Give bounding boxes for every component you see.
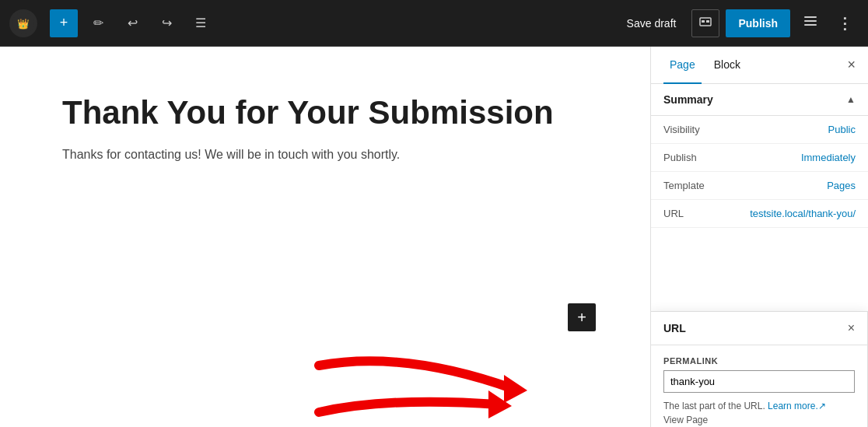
url-popover: URL × PERMALINK The last part of the URL…	[650, 311, 868, 427]
svg-marker-9	[488, 390, 512, 418]
url-popover-header: URL ×	[651, 312, 867, 345]
svg-text:👑: 👑	[17, 17, 30, 30]
summary-title: Summary	[663, 93, 713, 106]
page-title: Thank You for Your Submission	[62, 93, 588, 132]
tab-page[interactable]: Page	[663, 47, 702, 84]
redo-icon: ↪	[162, 16, 172, 30]
preview-button[interactable]	[691, 9, 719, 37]
undo-icon: ↩	[128, 16, 138, 30]
site-logo: 👑	[9, 9, 37, 37]
url-note-text: The last part of the URL.	[663, 401, 765, 411]
inline-add-block-button[interactable]: +	[568, 303, 596, 331]
add-block-button[interactable]: +	[50, 9, 78, 37]
publish-value[interactable]: Immediately	[801, 152, 856, 163]
more-icon: ⋮	[837, 14, 852, 33]
url-popover-body: PERMALINK The last part of the URL. Lear…	[651, 345, 867, 427]
main-area: Thank You for Your Submission Thanks for…	[0, 47, 868, 427]
permalink-label: PERMALINK	[663, 356, 855, 366]
edit-button[interactable]: ✏	[84, 9, 112, 37]
page-body-text: Thanks for contacting us! We will be in …	[62, 148, 588, 162]
url-popover-close-button[interactable]: ×	[848, 321, 855, 335]
summary-collapse-icon: ▲	[846, 94, 856, 105]
url-note: The last part of the URL. Learn more.↗	[663, 399, 855, 413]
tools-button[interactable]: ☰	[187, 9, 215, 37]
summary-row-url: URL testsite.local/thank-you/	[651, 200, 868, 228]
summary-row-visibility: Visibility Public	[651, 116, 868, 144]
undo-button[interactable]: ↩	[118, 9, 146, 37]
sidebar-tabs: Page Block ×	[651, 47, 868, 84]
permalink-input[interactable]	[663, 370, 855, 393]
url-popover-title: URL	[663, 322, 686, 334]
url-label: URL	[663, 208, 684, 219]
svg-rect-3	[702, 20, 705, 23]
template-label: Template	[663, 180, 705, 191]
publish-label: Publish	[663, 152, 697, 163]
visibility-value[interactable]: Public	[828, 124, 856, 135]
save-draft-button[interactable]: Save draft	[618, 12, 686, 34]
summary-row-publish: Publish Immediately	[651, 144, 868, 172]
learn-more-link[interactable]: Learn more.↗	[768, 401, 826, 411]
svg-rect-5	[804, 16, 817, 18]
summary-row-template: Template Pages	[651, 172, 868, 200]
more-options-button[interactable]: ⋮	[831, 9, 859, 37]
svg-rect-4	[706, 20, 709, 23]
url-value[interactable]: testsite.local/thank-you/	[750, 208, 856, 219]
toolbar: 👑 + ✏ ↩ ↪ ☰ Save draft Publish	[0, 0, 868, 47]
svg-rect-7	[804, 24, 817, 26]
settings-button[interactable]	[796, 9, 824, 37]
template-value[interactable]: Pages	[827, 180, 856, 191]
summary-section-header[interactable]: Summary ▲	[651, 84, 868, 116]
visibility-label: Visibility	[663, 124, 700, 135]
close-sidebar-button[interactable]: ×	[847, 57, 856, 73]
settings-icon	[803, 13, 818, 33]
redo-button[interactable]: ↪	[152, 9, 180, 37]
view-page-link[interactable]: View Page	[663, 415, 855, 425]
right-sidebar: Page Block × Summary ▲ Visibility Public…	[650, 47, 868, 427]
svg-rect-6	[804, 20, 817, 22]
svg-marker-8	[504, 375, 527, 403]
pencil-icon: ✏	[93, 16, 103, 30]
preview-icon	[699, 16, 712, 30]
tab-block[interactable]: Block	[708, 47, 747, 84]
arrow-annotation	[311, 334, 576, 427]
tools-icon: ☰	[195, 16, 206, 30]
publish-button[interactable]: Publish	[726, 9, 790, 37]
editor-area: Thank You for Your Submission Thanks for…	[0, 47, 650, 427]
